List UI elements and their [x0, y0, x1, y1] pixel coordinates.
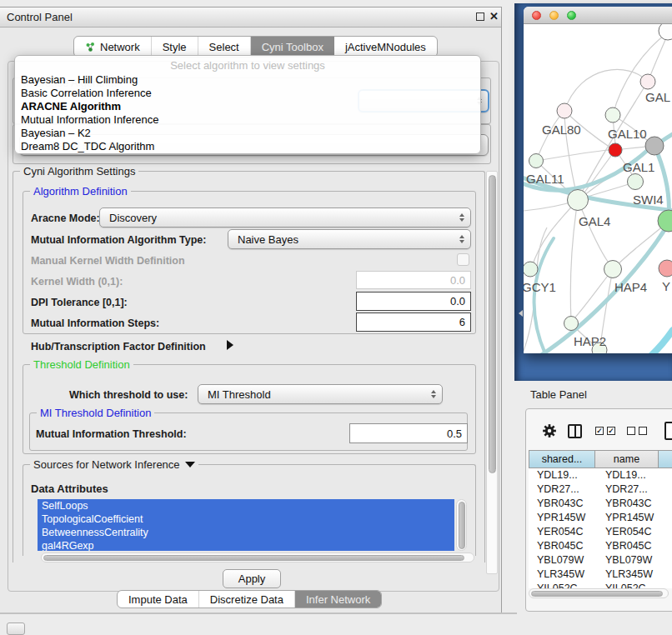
- threshold-definition-title: Threshold Definition: [30, 358, 133, 371]
- minimize-traffic-light-icon[interactable]: [549, 11, 559, 20]
- tab-network[interactable]: Network: [74, 37, 152, 57]
- mi-steps-input[interactable]: [356, 312, 471, 332]
- settings-v-scrollbar[interactable]: [486, 171, 498, 574]
- menu-item-algorithm-selected[interactable]: ARACNE Algorithm: [21, 100, 121, 113]
- splitter-collapse-arrow-icon[interactable]: [519, 310, 523, 317]
- node-hap4[interactable]: [604, 261, 622, 278]
- node-gal-cut[interactable]: [640, 74, 655, 89]
- scrollbar-thumb[interactable]: [459, 502, 465, 549]
- close-traffic-light-icon[interactable]: [532, 11, 541, 20]
- close-icon[interactable]: ✕: [489, 10, 499, 22]
- hub-expand-arrow-icon[interactable]: [227, 340, 233, 350]
- node-label: Y: [662, 279, 670, 293]
- table-row[interactable]: YBR045C YBR045C 9.: [529, 539, 672, 553]
- apply-button[interactable]: Apply: [223, 569, 281, 588]
- list-item-attribute[interactable]: BetweennessCentrality: [38, 526, 454, 539]
- node-label: GAL10: [608, 127, 647, 141]
- column-header-name[interactable]: name: [595, 450, 659, 468]
- aracne-mode-combobox[interactable]: Discovery: [99, 208, 471, 228]
- kernel-width-label: Kernel Width (0,1):: [31, 276, 123, 288]
- sources-collapse-arrow-icon[interactable]: [185, 462, 195, 468]
- menu-item-algorithm[interactable]: Bayesian – K2: [21, 127, 91, 140]
- column-header-third[interactable]: A: [659, 450, 672, 468]
- stepper-icon: [459, 235, 464, 243]
- tab-discretize-data[interactable]: Discretize Data: [199, 591, 295, 608]
- which-threshold-combobox[interactable]: MI Threshold: [198, 384, 443, 404]
- tab-infer-network[interactable]: Infer Network: [295, 591, 381, 608]
- scrollbar-thumb[interactable]: [43, 555, 464, 561]
- tab-jactivemnodules[interactable]: jActiveMNodules: [334, 37, 437, 57]
- table-header: shared... name A: [529, 450, 672, 468]
- table-row[interactable]: YBL079W YBL079W: [529, 553, 672, 568]
- float-window-icon[interactable]: [476, 12, 484, 21]
- table-row[interactable]: YDL19... YDL19... 13: [529, 468, 672, 482]
- tab-impute-data[interactable]: Impute Data: [118, 591, 199, 608]
- list-item-attribute[interactable]: SelfLoops: [38, 499, 454, 512]
- node-salmon[interactable]: [659, 260, 672, 277]
- menu-item-algorithm[interactable]: Dream8 DC_TDC Algorithm: [21, 140, 154, 153]
- node-label: GCY1: [524, 280, 556, 294]
- node-label: GAL11: [526, 172, 564, 186]
- node-label: HAP2: [574, 334, 606, 348]
- node-label: GAL80: [542, 122, 581, 137]
- node-label: SWI4: [633, 192, 664, 207]
- node-gray[interactable]: [645, 137, 664, 155]
- table-row[interactable]: YBR043C YBR043C: [529, 497, 672, 511]
- tab-style[interactable]: Style: [152, 37, 198, 57]
- node-gal4[interactable]: [568, 190, 589, 211]
- dpi-tolerance-input[interactable]: [356, 292, 471, 311]
- table-h-scrollbar[interactable]: [529, 588, 669, 598]
- gear-icon[interactable]: [542, 423, 557, 438]
- table-row[interactable]: YPR145W YPR145W 9.: [529, 511, 672, 525]
- scrollbar-thumb[interactable]: [531, 591, 663, 597]
- node-gal10[interactable]: [605, 108, 620, 122]
- network-canvas[interactable]: GAL GAL80 GAL10 GAL1 GAL11 SWI4 GAL4 GCY…: [524, 24, 672, 353]
- tab-select[interactable]: Select: [198, 37, 251, 57]
- menu-item-algorithm[interactable]: Mutual Information Inference: [21, 113, 158, 127]
- node-gcy1[interactable]: [524, 262, 538, 277]
- scrollbar-thumb[interactable]: [489, 175, 496, 473]
- aracne-mode-value: Discovery: [109, 212, 157, 224]
- menu-item-algorithm[interactable]: Basic Correlation Inference: [21, 87, 152, 100]
- column-view-icon[interactable]: [568, 424, 582, 438]
- node-gal11[interactable]: [529, 154, 544, 168]
- zoom-traffic-light-icon[interactable]: [567, 11, 576, 20]
- table-row[interactable]: YIL052C YIL052C 9: [529, 582, 672, 588]
- table-row[interactable]: YLR345W YLR345W 9.: [529, 568, 672, 582]
- mi-steps-label: Mutual Information Steps:: [31, 318, 159, 329]
- node-red[interactable]: [609, 143, 622, 157]
- settings-h-scrollbar[interactable]: [41, 552, 474, 562]
- column-header-shared-name[interactable]: shared...: [529, 450, 595, 468]
- kernel-width-input[interactable]: [356, 271, 471, 289]
- algorithm-dropdown: Select algorithm to view settings Bayesi…: [14, 55, 481, 154]
- sources-title: Sources for Network Inference: [33, 458, 180, 471]
- node-gal1[interactable]: [628, 174, 644, 190]
- network-window: GAL GAL80 GAL10 GAL1 GAL11 SWI4 GAL4 GCY…: [524, 7, 672, 353]
- mi-type-value: Naive Bayes: [238, 233, 298, 246]
- network-window-titlebar: [524, 7, 672, 24]
- document-icon[interactable]: [664, 422, 672, 440]
- select-all-columns-icon[interactable]: ✓ ✓: [595, 427, 615, 435]
- algorithm-definition-title: Algorithm Definition: [30, 185, 131, 198]
- table-row[interactable]: YER054C YER054C 8.: [529, 525, 672, 539]
- attribute-list-scrollbar[interactable]: [456, 499, 467, 551]
- mi-type-combobox[interactable]: Naive Bayes: [228, 229, 471, 249]
- tab-cyni-toolbox[interactable]: Cyni Toolbox: [251, 37, 334, 57]
- node-label: GAL: [645, 90, 670, 104]
- deselect-all-columns-icon[interactable]: [627, 427, 647, 435]
- which-threshold-value: MI Threshold: [208, 388, 271, 401]
- node-hap2[interactable]: [564, 317, 579, 331]
- window-bottom-edge: [0, 612, 517, 614]
- hub-definition-label: Hub/Transcription Factor Definition: [31, 341, 206, 352]
- aracne-mode-label: Aracne Mode:: [31, 212, 100, 224]
- list-item-attribute[interactable]: gal4RGexp: [38, 539, 454, 551]
- mi-threshold-input[interactable]: [349, 423, 468, 443]
- collapsed-panel-icon[interactable]: [7, 622, 25, 635]
- node-gal80[interactable]: [557, 103, 572, 118]
- menu-item-algorithm[interactable]: Bayesian – Hill Climbing: [21, 73, 138, 87]
- table-row[interactable]: YDR27... YDR27... 12: [529, 482, 672, 497]
- list-item-attribute[interactable]: TopologicalCoefficient: [38, 512, 454, 526]
- manual-kernel-checkbox[interactable]: [457, 253, 469, 266]
- control-panel-titlebar: Control Panel ✕: [0, 8, 501, 28]
- control-panel-window: Control Panel ✕ Network Style Select Cyn…: [0, 7, 502, 613]
